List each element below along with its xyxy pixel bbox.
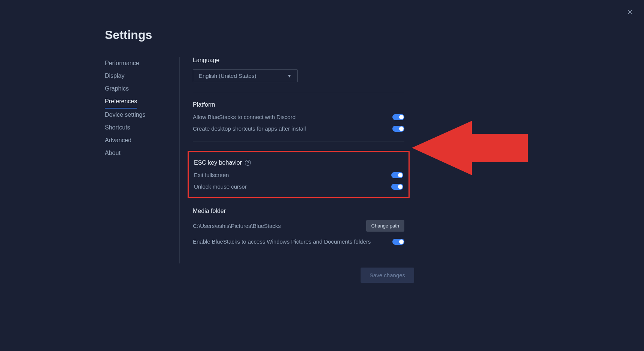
- page-title: Settings: [105, 28, 644, 42]
- sidebar-item-about[interactable]: About: [105, 147, 172, 159]
- language-dropdown[interactable]: English (United States) ▼: [193, 69, 298, 82]
- sidebar-item-shortcuts[interactable]: Shortcuts: [105, 121, 172, 134]
- access-folders-toggle[interactable]: [392, 239, 404, 245]
- sidebar-item-device-settings[interactable]: Device settings: [105, 109, 172, 121]
- close-button[interactable]: [626, 7, 635, 16]
- language-title: Language: [193, 57, 404, 64]
- close-icon: [626, 8, 634, 16]
- exit-fullscreen-toggle[interactable]: [391, 172, 403, 178]
- discord-label: Allow BlueStacks to connect with Discord: [193, 114, 295, 120]
- exit-fullscreen-label: Exit fullscreen: [194, 172, 229, 178]
- language-selected: English (United States): [199, 73, 256, 79]
- platform-title: Platform: [193, 101, 404, 108]
- esc-key-section-highlighted: ESC key behavior ? Exit fullscreen Unloc…: [188, 151, 410, 198]
- info-icon[interactable]: ?: [245, 160, 251, 166]
- discord-toggle[interactable]: [392, 114, 404, 120]
- language-section: Language English (United States) ▼: [193, 57, 404, 92]
- media-folder-section: Media folder C:\Users\ashis\Pictures\Blu…: [193, 208, 404, 254]
- desktop-shortcuts-label: Create desktop shortcuts for apps after …: [193, 125, 306, 132]
- desktop-shortcuts-toggle[interactable]: [392, 126, 404, 132]
- unlock-cursor-label: Unlock mouse cursor: [194, 183, 247, 190]
- sidebar-item-display[interactable]: Display: [105, 70, 172, 82]
- unlock-cursor-toggle[interactable]: [391, 184, 403, 190]
- media-path: C:\Users\ashis\Pictures\BlueStacks: [193, 223, 281, 229]
- platform-section: Platform Allow BlueStacks to connect wit…: [193, 101, 404, 141]
- sidebar-item-graphics[interactable]: Graphics: [105, 82, 172, 95]
- sidebar-item-performance[interactable]: Performance: [105, 57, 172, 70]
- sidebar: Performance Display Graphics Preferences…: [105, 57, 180, 263]
- esc-key-title: ESC key behavior: [194, 159, 242, 166]
- sidebar-item-preferences[interactable]: Preferences: [105, 95, 137, 109]
- sidebar-item-advanced[interactable]: Advanced: [105, 134, 172, 147]
- arrow-annotation: [412, 121, 528, 175]
- main-content: Language English (United States) ▼ Platf…: [180, 57, 404, 263]
- access-folders-label: Enable BlueStacks to access Windows Pict…: [193, 238, 371, 245]
- svg-marker-2: [412, 121, 528, 175]
- chevron-down-icon: ▼: [287, 73, 292, 79]
- save-changes-button[interactable]: Save changes: [361, 268, 414, 283]
- change-path-button[interactable]: Change path: [366, 220, 404, 232]
- media-folder-title: Media folder: [193, 208, 404, 214]
